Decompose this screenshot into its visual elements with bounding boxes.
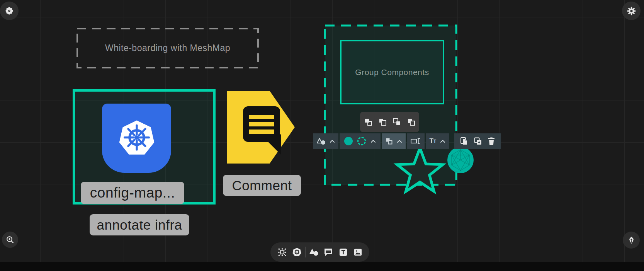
shapes-icon (309, 247, 319, 257)
bring-to-front-button[interactable] (362, 115, 374, 129)
meshmap-canvas[interactable]: { "canvas": { "whiteboard_note": { "labe… (0, 0, 644, 271)
send-to-back-button[interactable] (405, 115, 417, 129)
mesh-chip-icon (277, 247, 287, 257)
pen-nib-icon (627, 236, 636, 245)
bring-to-front-icon (364, 118, 373, 126)
send-to-back-icon (407, 118, 416, 126)
media-tool-button[interactable] (351, 244, 364, 260)
comment-tool-button[interactable] (322, 244, 335, 260)
stroke-style-swatch[interactable] (357, 137, 366, 145)
format-toolbar: TT (313, 133, 501, 149)
arrange-button[interactable] (382, 133, 406, 149)
chevron-up-icon[interactable] (370, 140, 376, 143)
design-pen-button[interactable] (623, 232, 640, 249)
comment-shape[interactable] (227, 91, 295, 164)
chevron-up-icon (440, 140, 445, 143)
bring-forward-icon (378, 118, 387, 126)
bottom-bar (0, 262, 644, 271)
arrange-menu (360, 112, 419, 132)
app-logo-button[interactable] (0, 2, 19, 20)
resize-icon (410, 137, 421, 145)
zoom-button[interactable] (2, 232, 18, 248)
fill-color-swatch[interactable] (344, 137, 353, 145)
shapes-icon (316, 137, 326, 145)
kubernetes-components-button[interactable] (290, 244, 303, 260)
settings-button[interactable] (622, 2, 641, 20)
whiteboard-note-label: White-boarding with MeshMap (76, 28, 259, 68)
copy-button[interactable] (460, 137, 468, 145)
annotation-label[interactable]: annotate infra (90, 214, 189, 235)
comment-label[interactable]: Comment (223, 175, 301, 196)
media-icon (353, 247, 363, 257)
copy-icon (460, 137, 468, 145)
clipboard-section (454, 133, 501, 149)
kubernetes-icon (292, 247, 302, 257)
zoom-in-icon (6, 235, 14, 244)
group-components-shape[interactable]: Group Components (340, 40, 444, 104)
shapes-tool-button[interactable] (307, 244, 320, 260)
bring-forward-button[interactable] (376, 115, 389, 129)
sphere-shape[interactable] (447, 147, 474, 174)
mesh-components-button[interactable] (275, 244, 289, 260)
kubernetes-node-label[interactable]: config-map... (81, 182, 184, 204)
text-format-button[interactable]: TT (426, 133, 449, 149)
group-components-label: Group Components (355, 68, 429, 77)
comment-bubble-icon (323, 247, 333, 257)
shape-style-button[interactable] (313, 133, 338, 149)
kubernetes-logo-icon (114, 116, 159, 161)
flower-logo-icon (4, 6, 14, 16)
resize-width-button[interactable] (407, 133, 425, 149)
arrange-layers-icon (385, 137, 393, 145)
chevron-up-icon (330, 140, 335, 143)
duplicate-plus-icon (474, 137, 482, 145)
gear-icon (627, 6, 636, 16)
fill-stroke-section (340, 133, 381, 149)
dock-divider (305, 247, 306, 257)
star-shape[interactable] (393, 145, 447, 199)
duplicate-button[interactable] (474, 137, 482, 145)
chevron-up-icon (397, 140, 402, 143)
trash-icon (488, 137, 495, 145)
send-backward-icon (393, 118, 401, 126)
send-backward-button[interactable] (391, 115, 403, 129)
kubernetes-node[interactable] (102, 104, 171, 173)
text-tool-button[interactable] (336, 244, 350, 260)
text-format-icon: TT (429, 137, 436, 145)
text-icon (338, 247, 348, 257)
tools-dock (270, 242, 369, 262)
delete-button[interactable] (488, 137, 495, 145)
